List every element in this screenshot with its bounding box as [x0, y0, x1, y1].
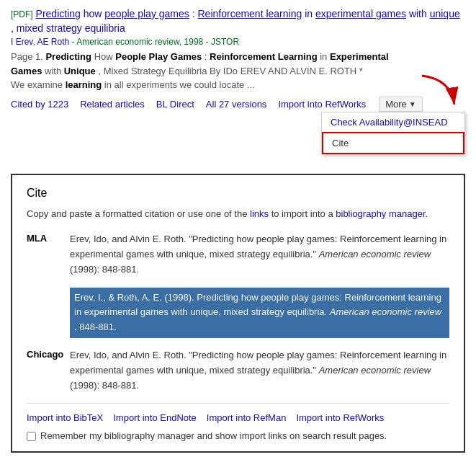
result-source: - American economic review, 1998 - JSTOR: [72, 37, 240, 47]
snippet-in: in: [320, 51, 330, 62]
import-bibtex-link[interactable]: Import into BibTeX: [27, 412, 103, 423]
chicago-text-end: (1998): 848-881.: [70, 380, 139, 391]
pdf-label: [PDF]: [11, 9, 33, 19]
result-title-link[interactable]: Predicting how people play games : Reinf…: [11, 8, 460, 34]
title-end: , mixed strategy equilibria: [11, 22, 125, 34]
chicago-text-italic: American economic review: [319, 365, 431, 376]
mla-text-end: (1998): 848-881.: [70, 264, 139, 275]
title-colon: :: [192, 8, 198, 19]
title-phrase-reinforcement: Reinforcement learning: [198, 8, 302, 19]
apa-text-end: , 848-881.: [74, 321, 117, 332]
citation-row-chicago: Chicago Erev, Ido, and Alvin E. Roth. "P…: [27, 348, 449, 393]
mla-text: Erev, Ido, and Alvin E. Roth. "Predictin…: [70, 232, 449, 277]
chicago-label: Chicago: [27, 348, 70, 360]
import-refworks-link[interactable]: Import into RefWorks: [278, 99, 366, 110]
cite-divider: [27, 403, 449, 404]
title-phrase-people-play: people play games: [104, 8, 189, 19]
author-roth-link[interactable]: AE Roth: [37, 37, 69, 47]
snippet-page: Page 1.: [11, 51, 45, 62]
title-word-predicting: Predicting: [36, 8, 81, 19]
snippet-bold-games: Games: [11, 66, 42, 76]
mla-label: MLA: [27, 232, 70, 244]
cite-dialog: Cite Copy and paste a formatted citation…: [11, 174, 465, 453]
snippet-bold-unique: Unique: [64, 66, 96, 76]
chicago-text: Erev, Ido, and Alvin E. Roth. "Predictin…: [70, 348, 449, 393]
title-phrase-experimental: experimental games: [315, 8, 406, 19]
result-snippet: Page 1. Predicting How People Play Games…: [11, 50, 465, 92]
title-word-in: in: [305, 8, 315, 19]
snippet-bold-experimental: Experimental: [330, 51, 389, 62]
all-versions-link[interactable]: All 27 versions: [206, 99, 267, 110]
apa-text-italic: American economic review: [330, 306, 441, 317]
import-refworks-link2[interactable]: Import into RefWorks: [296, 412, 384, 423]
result-links: Cited by 1223 Related articles BL Direct…: [11, 97, 423, 112]
snippet-text4: in all experiments we could locate ...: [104, 79, 255, 90]
result-links-wrapper: Cited by 1223 Related articles BL Direct…: [11, 97, 465, 155]
snippet-text1: How: [94, 51, 116, 62]
author-erev-link[interactable]: I Erev: [11, 37, 32, 47]
bibliography-manager-link[interactable]: bibliography manager: [336, 208, 425, 219]
more-dropdown-icon: ▼: [409, 100, 416, 108]
snippet-colon: :: [205, 51, 210, 62]
title-word-unique: unique: [430, 8, 460, 19]
import-links-container: Import into BibTeX Import into EndNote I…: [27, 412, 449, 423]
snippet-bold-reinforcement: Reinforcement Learning: [210, 51, 318, 62]
import-links-ref[interactable]: links: [250, 208, 269, 219]
cite-dropdown-item[interactable]: Cite: [322, 132, 464, 154]
remember-label: Remember my bibliography manager and sho…: [40, 430, 387, 441]
citation-row-mla: MLA Erev, Ido, and Alvin E. Roth. "Predi…: [27, 232, 449, 277]
mla-text-italic: American economic review: [319, 249, 431, 259]
more-dropdown-panel: Check Availability@INSEAD Cite: [321, 112, 465, 155]
snippet-bold-learning: learning: [66, 79, 102, 90]
bl-direct-link[interactable]: BL Direct: [156, 99, 194, 110]
remember-checkbox[interactable]: [27, 432, 36, 441]
import-refman-link[interactable]: Import into RefMan: [207, 412, 287, 423]
more-button[interactable]: More ▼: [379, 97, 423, 112]
check-availability-item[interactable]: Check Availability@INSEAD: [322, 112, 464, 132]
search-result-container: [PDF] Predicting how people play games :…: [0, 0, 476, 159]
apa-label: APA: [27, 288, 70, 299]
citation-row-apa: APA Erev, I., & Roth, A. E. (1998). Pred…: [27, 288, 449, 338]
title-word-how: how: [84, 8, 105, 19]
related-articles-link[interactable]: Related articles: [80, 99, 145, 110]
snippet-bold-people: People Play Games: [115, 51, 202, 62]
cite-dialog-desc: Copy and paste a formatted citation or u…: [27, 207, 449, 221]
remember-row: Remember my bibliography manager and sho…: [27, 430, 449, 441]
snippet-with: with: [45, 66, 64, 76]
title-word-with: with: [409, 8, 430, 19]
snippet-bold-predicting: Predicting: [45, 51, 91, 62]
snippet-text3: We examine: [11, 79, 66, 90]
more-label: More: [385, 99, 407, 110]
apa-text: Erev, I., & Roth, A. E. (1998). Predicti…: [70, 288, 449, 338]
cited-by-link[interactable]: Cited by 1223: [11, 99, 68, 110]
cite-dialog-title: Cite: [27, 187, 449, 200]
snippet-text2: , Mixed Strategy Equilibria By IDo EREV …: [98, 66, 363, 76]
import-endnote-link[interactable]: Import into EndNote: [113, 412, 197, 423]
result-authors: I Erev, AE Roth - American economic revi…: [11, 37, 465, 47]
result-title: [PDF] Predicting how people play games :…: [11, 7, 465, 35]
